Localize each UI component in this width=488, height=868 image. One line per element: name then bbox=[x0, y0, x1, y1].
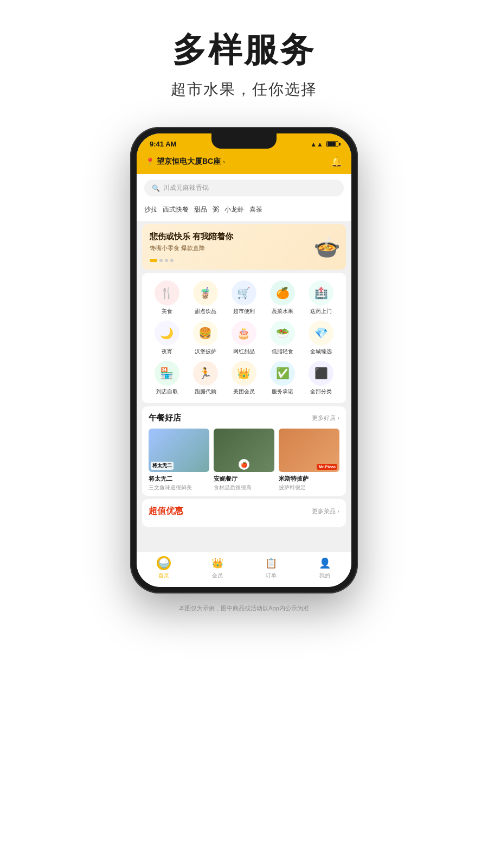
phone-device: 9:41 AM ▲▲ 📍 望京恒电大厦BC座 › 🔔 bbox=[130, 127, 358, 593]
category-item[interactable]: ⬛ 全部分类 bbox=[302, 361, 341, 395]
category-label: 低脂轻食 bbox=[272, 348, 293, 355]
tab-label: 会员 bbox=[212, 572, 223, 579]
tab-会员[interactable]: 👑 会员 bbox=[190, 556, 244, 579]
restaurant-card[interactable]: Mr.Pizza 米斯特披萨 披萨料很足 bbox=[279, 429, 339, 492]
category-item[interactable]: 🌙 夜宵 bbox=[147, 321, 186, 355]
restaurant-desc: 披萨料很足 bbox=[279, 484, 339, 492]
tab-icon: 👤 bbox=[318, 556, 332, 570]
category-item[interactable]: 🏃 跑腿代购 bbox=[186, 361, 224, 395]
page-header: 多样服务 超市水果，任你选择 bbox=[171, 0, 317, 111]
restaurant-badge: Mr.Pizza bbox=[317, 464, 337, 470]
restaurant-desc: 三文鱼味道很鲜美 bbox=[149, 484, 209, 492]
category-icon: 🍴 bbox=[155, 280, 179, 305]
category-item[interactable]: 🏪 到店自取 bbox=[147, 361, 186, 395]
tab-icon: 🍚 bbox=[157, 556, 171, 570]
scroll-content: 🔍 川成元麻辣香锅 沙拉西式快餐甜品粥小龙虾喜茶 悲伤或快乐 有我陪着你 馋嘴小… bbox=[137, 174, 351, 551]
category-grid: 🍴 美食 🧋 甜点饮品 🛒 超市便利 🍊 蔬菜水果 🏥 送药上门 🌙 夜宵 🍔 … bbox=[147, 280, 341, 395]
tab-订单[interactable]: 📋 订单 bbox=[244, 556, 298, 579]
category-icon: 💎 bbox=[309, 321, 333, 346]
category-icon: 🛒 bbox=[232, 280, 256, 305]
category-label: 网红甜品 bbox=[233, 348, 255, 355]
category-label: 美团会员 bbox=[233, 388, 255, 395]
category-item[interactable]: 🎂 网红甜品 bbox=[224, 321, 263, 355]
battery-icon bbox=[326, 141, 338, 147]
category-label: 甜点饮品 bbox=[195, 308, 216, 315]
dot-2 bbox=[159, 259, 163, 262]
category-icon: 🍊 bbox=[270, 280, 295, 305]
tag-item[interactable]: 粥 bbox=[213, 204, 219, 215]
category-icon: 🌙 bbox=[155, 321, 179, 346]
restaurant-card[interactable]: 🍎 安妮餐厅 食材品质很很高 bbox=[214, 429, 274, 492]
location-area[interactable]: 📍 望京恒电大厦BC座 › bbox=[145, 157, 225, 167]
restaurant-row: 将太无二 将太无二 三文鱼味道很鲜美 🍎 安妮餐厅 食材品质很很高 Mr.Piz… bbox=[149, 429, 339, 492]
category-label: 到店自取 bbox=[156, 388, 178, 395]
category-item[interactable]: 💎 全城臻选 bbox=[302, 321, 341, 355]
bell-icon[interactable]: 🔔 bbox=[331, 156, 343, 168]
category-item[interactable]: 🛒 超市便利 bbox=[224, 280, 263, 315]
category-label: 蔬菜水果 bbox=[272, 308, 293, 315]
status-icons: ▲▲ bbox=[310, 141, 338, 148]
deals-title: 超值优惠 bbox=[149, 506, 183, 517]
wifi-icon: ▲▲ bbox=[310, 141, 323, 148]
category-label: 跑腿代购 bbox=[195, 388, 216, 395]
category-label: 服务承诺 bbox=[272, 388, 293, 395]
category-icon: 👑 bbox=[232, 361, 256, 386]
category-item[interactable]: ✅ 服务承诺 bbox=[264, 361, 302, 395]
deals-more[interactable]: 更多菜品 › bbox=[312, 507, 339, 515]
location-pin-icon: 📍 bbox=[145, 157, 155, 166]
restaurant-desc: 食材品质很很高 bbox=[214, 484, 274, 492]
category-item[interactable]: 🥗 低脂轻食 bbox=[264, 321, 302, 355]
category-icon: ✅ bbox=[270, 361, 295, 386]
restaurant-name: 米斯特披萨 bbox=[279, 475, 339, 483]
category-icon: 🏪 bbox=[155, 361, 179, 386]
tab-首页[interactable]: 🍚 首页 bbox=[137, 556, 190, 579]
banner-food-icon: 🍲 bbox=[313, 234, 341, 260]
tag-item[interactable]: 西式快餐 bbox=[163, 204, 189, 215]
category-icon: 🧋 bbox=[193, 280, 218, 305]
tab-我的[interactable]: 👤 我的 bbox=[298, 556, 351, 579]
category-item[interactable]: 🏥 送药上门 bbox=[302, 280, 341, 315]
restaurant-image: 将太无二 bbox=[149, 429, 209, 472]
search-bar[interactable]: 🔍 川成元麻辣香锅 bbox=[144, 180, 344, 196]
tab-label: 我的 bbox=[319, 572, 330, 579]
dot-1 bbox=[150, 259, 157, 262]
deals-header: 超值优惠 更多菜品 › bbox=[149, 506, 339, 517]
tag-item[interactable]: 小龙虾 bbox=[224, 204, 244, 215]
category-label: 全部分类 bbox=[310, 388, 332, 395]
status-time: 9:41 AM bbox=[150, 140, 176, 148]
tab-label: 订单 bbox=[266, 572, 277, 579]
category-icon: 🏥 bbox=[309, 280, 333, 305]
restaurant-image: 🍎 bbox=[214, 429, 274, 472]
restaurant-name: 安妮餐厅 bbox=[214, 475, 274, 483]
category-icon: ⬛ bbox=[309, 361, 333, 386]
phone-notch bbox=[211, 133, 277, 149]
category-label: 夜宵 bbox=[162, 348, 172, 355]
category-item[interactable]: 👑 美团会员 bbox=[224, 361, 263, 395]
category-icon: 🏃 bbox=[193, 361, 218, 386]
category-icon: 🥗 bbox=[270, 321, 295, 346]
restaurant-name: 将太无二 bbox=[149, 475, 209, 483]
category-item[interactable]: 🧋 甜点饮品 bbox=[186, 280, 224, 315]
tag-item[interactable]: 沙拉 bbox=[144, 204, 157, 215]
category-label: 超市便利 bbox=[233, 308, 255, 315]
category-item[interactable]: 🍊 蔬菜水果 bbox=[264, 280, 302, 315]
tag-item[interactable]: 甜品 bbox=[194, 204, 207, 215]
app-header: 📍 望京恒电大厦BC座 › 🔔 bbox=[137, 151, 351, 174]
battery-fill bbox=[328, 142, 336, 146]
lunch-more[interactable]: 更多好店 › bbox=[312, 414, 339, 422]
lunch-section-header: 午餐好店 更多好店 › bbox=[149, 413, 339, 423]
banner[interactable]: 悲伤或快乐 有我陪着你 馋嘴小零食 爆款直降 🍲 bbox=[142, 224, 346, 270]
restaurant-image: Mr.Pizza bbox=[279, 429, 339, 472]
category-label: 美食 bbox=[162, 308, 172, 315]
search-icon: 🔍 bbox=[152, 184, 160, 192]
banner-dots bbox=[150, 259, 338, 262]
restaurant-card[interactable]: 将太无二 将太无二 三文鱼味道很鲜美 bbox=[149, 429, 209, 492]
category-icon: 🍔 bbox=[193, 321, 218, 346]
category-item[interactable]: 🍔 汉堡披萨 bbox=[186, 321, 224, 355]
tag-item[interactable]: 喜茶 bbox=[249, 204, 262, 215]
restaurant-badge: 将太无二 bbox=[151, 462, 174, 470]
page-footer: 本图仅为示例，图中商品或活动以App内公示为准 bbox=[179, 604, 309, 623]
category-item[interactable]: 🍴 美食 bbox=[147, 280, 186, 315]
lunch-title: 午餐好店 bbox=[149, 413, 181, 423]
category-label: 汉堡披萨 bbox=[195, 348, 216, 355]
